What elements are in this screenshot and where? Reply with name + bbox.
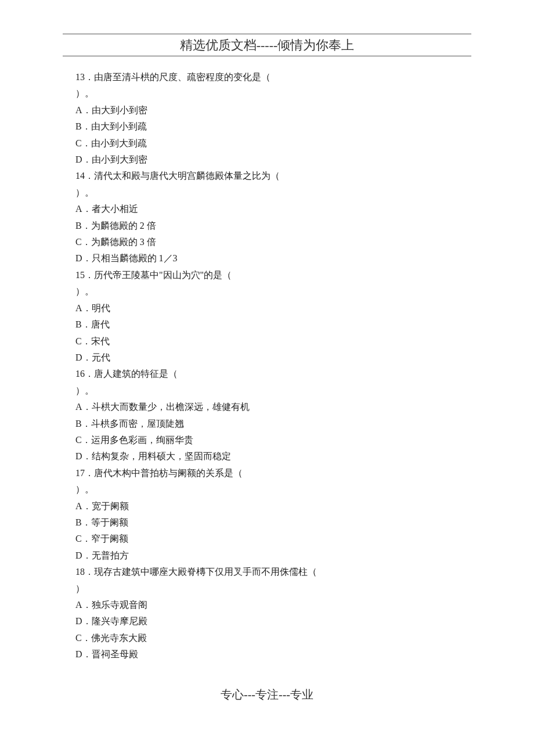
header-block: 精选优质文档-----倾情为你奉上 <box>63 34 471 56</box>
header-title: 精选优质文档-----倾情为你奉上 <box>63 37 471 54</box>
q13-option-d: D．由小到大到密 <box>75 152 459 168</box>
q15-stem-line2: ）。 <box>75 283 459 300</box>
q16-option-d: D．结构复杂，用料硕大，坚固而稳定 <box>75 448 459 465</box>
header-rule-bottom <box>63 56 471 56</box>
q15-option-a: A．明代 <box>75 300 459 316</box>
q18-option-b: D．隆兴寺摩尼殿 <box>75 613 459 629</box>
footer-text: 专心---专注---专业 <box>0 687 534 703</box>
q14-option-c: C．为麟德殿的 3 倍 <box>75 234 459 250</box>
q16-stem-line1: 16．唐人建筑的特征是（ <box>75 366 459 382</box>
q18-stem-line2: ） <box>75 581 459 597</box>
q15-option-b: B．唐代 <box>75 316 459 333</box>
q13-option-a: A．由大到小到密 <box>75 102 459 118</box>
q14-stem-line2: ）。 <box>75 185 459 201</box>
q15-option-d: D．元代 <box>75 350 459 366</box>
q15-option-c: C．宋代 <box>75 333 459 350</box>
q17-option-b: B．等于阑额 <box>75 514 459 531</box>
q16-option-a: A．斗栱大而数量少，出檐深远，雄健有机 <box>75 399 459 415</box>
q16-option-c: C．运用多色彩画，绚丽华贵 <box>75 432 459 448</box>
q17-option-d: D．无普拍方 <box>75 548 459 564</box>
q18-stem-line1: 18．现存古建筑中哪座大殿脊槫下仅用叉手而不用侏儒柱（ <box>75 564 459 580</box>
document-page: 精选优质文档-----倾情为你奉上 13．由唐至清斗栱的尺度、疏密程度的变化是（… <box>0 0 534 756</box>
q13-option-b: B．由大到小到疏 <box>75 118 459 135</box>
q14-option-d: D．只相当麟德殿的 1／3 <box>75 250 459 267</box>
q14-stem-line1: 14．清代太和殿与唐代大明宫麟德殿体量之比为（ <box>75 168 459 184</box>
q14-option-a: A．者大小相近 <box>75 201 459 217</box>
q16-stem-line2: ）。 <box>75 383 459 399</box>
q17-option-c: C．窄于阑额 <box>75 531 459 547</box>
q13-stem-line2: ）。 <box>75 85 459 102</box>
q13-option-c: C．由小到大到疏 <box>75 135 459 152</box>
q13-stem-line1: 13．由唐至清斗栱的尺度、疏密程度的变化是（ <box>75 69 459 85</box>
q18-option-a: A．独乐寺观音阁 <box>75 597 459 613</box>
q16-option-b: B．斗栱多而密，屋顶陡翘 <box>75 416 459 432</box>
q14-option-b: B．为麟德殿的 2 倍 <box>75 218 459 234</box>
q17-stem-line1: 17．唐代木构中普拍枋与阑额的关系是（ <box>75 465 459 481</box>
q18-option-c: C．佛光寺东大殿 <box>75 630 459 646</box>
content-body: 13．由唐至清斗栱的尺度、疏密程度的变化是（ ）。 A．由大到小到密 B．由大到… <box>75 69 459 663</box>
q15-stem-line1: 15．历代帝王陵墓中"因山为穴"的是（ <box>75 267 459 283</box>
header-rule-top <box>63 34 471 34</box>
q18-option-d: D．晋祠圣母殿 <box>75 646 459 663</box>
q17-stem-line2: ）。 <box>75 481 459 498</box>
q17-option-a: A．宽于阑额 <box>75 498 459 514</box>
